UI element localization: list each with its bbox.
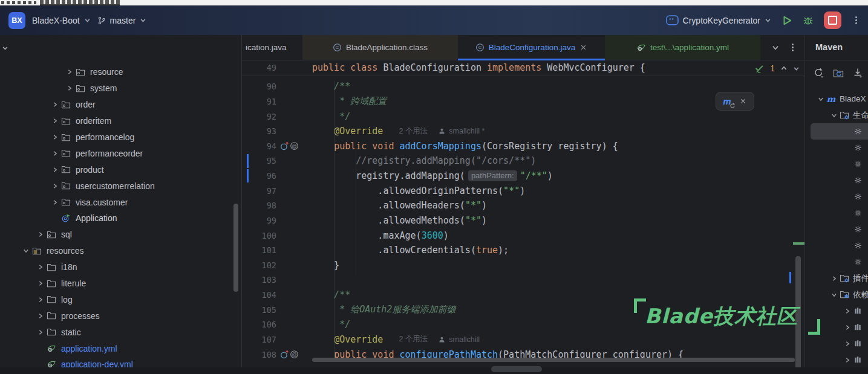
inspections-widget[interactable]: 1 xyxy=(754,63,800,73)
project-logo-badge[interactable]: BX xyxy=(8,12,25,29)
code-line-102[interactable]: 102 } xyxy=(242,258,804,273)
maven-item-gear[interactable] xyxy=(805,221,868,237)
tree-item-resources[interactable]: resources xyxy=(0,243,239,259)
chevron-right-icon[interactable] xyxy=(50,116,60,126)
run-configuration-selector[interactable]: CryptoKeyGenerator xyxy=(666,15,771,26)
tab-bladeapplication-class[interactable]: CBladeApplication.class xyxy=(302,35,458,60)
tree-item-application[interactable]: Application xyxy=(0,210,239,227)
code-line-96[interactable]: 96 registry.addMapping(pathPattern:"/**"… xyxy=(242,169,804,184)
chevron-down-icon[interactable] xyxy=(829,111,839,120)
code-line-95[interactable]: 95 //registry.addMapping("/cors/**") xyxy=(242,153,804,169)
chevron-right-icon[interactable] xyxy=(64,83,74,93)
chevron-right-icon[interactable] xyxy=(843,307,852,315)
tree-item-order[interactable]: order xyxy=(0,97,239,113)
maven-item-gear[interactable] xyxy=(805,123,868,140)
code-line-101[interactable]: 101 .allowCredentials(true); xyxy=(242,243,804,258)
hidden-tabs-button[interactable] xyxy=(767,39,783,56)
chevron-right-icon[interactable] xyxy=(35,230,45,239)
maven-item-bladex[interactable]: mBladeX xyxy=(805,91,868,107)
code-line-92[interactable]: 92 */ xyxy=(242,109,804,124)
close-icon[interactable] xyxy=(739,97,747,105)
override-gutter-icon[interactable] xyxy=(280,141,289,150)
tree-item-usercustomerrelation[interactable]: usercustomerrelation xyxy=(0,178,239,194)
tree-item-sql[interactable]: sql xyxy=(0,227,239,243)
chevron-right-icon[interactable] xyxy=(35,295,45,305)
tab-bladeconfiguration-java[interactable]: CBladeConfiguration.java xyxy=(458,35,605,60)
stop-button[interactable] xyxy=(824,11,841,29)
horizontal-scrollbar-thumb[interactable] xyxy=(312,358,795,362)
tab-test-application-yml[interactable]: test\...\application.yml xyxy=(605,35,760,60)
chevron-right-icon[interactable] xyxy=(50,181,60,191)
usages-hint[interactable]: 2 个用法 xyxy=(399,334,428,344)
chevron-down-icon[interactable] xyxy=(816,95,826,103)
tab-ication-java[interactable]: ication.java xyxy=(242,35,302,60)
tree-item-processes[interactable]: processes xyxy=(0,308,239,324)
chevron-right-icon[interactable] xyxy=(843,323,852,332)
maven-item-item[interactable]: 生命周期 xyxy=(805,107,868,123)
chevron-right-icon[interactable] xyxy=(50,198,60,207)
code-line-99[interactable]: 99 .allowedMethods("*") xyxy=(242,213,804,228)
code-line-98[interactable]: 98 .allowedHeaders("*") xyxy=(242,198,804,213)
maven-item-gear[interactable] xyxy=(805,189,868,205)
previous-problem-button[interactable] xyxy=(780,65,788,72)
code-line-100[interactable]: 100 .maxAge(3600) xyxy=(242,228,804,243)
maven-item-item[interactable]: 依赖项 xyxy=(805,286,868,303)
chevron-right-icon[interactable] xyxy=(35,327,45,337)
maven-reload-button[interactable] xyxy=(814,68,824,78)
debug-button[interactable] xyxy=(803,15,814,26)
annotation-gutter-icon[interactable]: @ xyxy=(290,141,299,150)
tree-item-performancelog[interactable]: performancelog xyxy=(0,129,239,146)
chevron-right-icon[interactable] xyxy=(64,67,74,77)
chevron-right-icon[interactable] xyxy=(843,356,852,364)
tree-item-static[interactable]: static xyxy=(0,324,239,340)
chevron-right-icon[interactable] xyxy=(829,274,839,283)
branch-selector[interactable]: master xyxy=(97,16,147,25)
tree-item-i18n[interactable]: i18n xyxy=(0,259,239,276)
tree-item-application-yml[interactable]: application.yml xyxy=(0,340,239,356)
project-selector[interactable]: BladeX-Boot xyxy=(32,16,91,25)
close-icon[interactable] xyxy=(579,44,587,51)
code-line-94[interactable]: 94@ public void addCorsMappings(CorsRegi… xyxy=(242,139,804,154)
code-line-103[interactable]: 103 xyxy=(242,272,804,288)
code-line-97[interactable]: 97 .allowedOriginPatterns("*") xyxy=(242,183,804,198)
code-line-107[interactable]: 107 @Override2 个用法smallchill xyxy=(242,332,804,347)
tree-item-literule[interactable]: literule xyxy=(0,276,239,292)
maven-item-gear[interactable] xyxy=(805,172,868,189)
chevron-right-icon[interactable] xyxy=(50,132,60,142)
tree-item-resource[interactable]: resource xyxy=(0,64,239,80)
run-button[interactable] xyxy=(782,15,792,26)
tree-item-visa-customer[interactable]: visa.customer xyxy=(0,194,239,210)
chevron-right-icon[interactable] xyxy=(35,262,45,272)
maven-sync-button[interactable] xyxy=(833,68,844,78)
maven-item-gear[interactable] xyxy=(805,254,868,270)
tree-item-log[interactable]: log xyxy=(0,291,239,308)
maven-download-sources-button[interactable] xyxy=(853,68,863,78)
maven-item-item[interactable]: 插件 xyxy=(805,270,868,286)
tab-options-button[interactable] xyxy=(785,39,801,56)
maven-item-library[interactable] xyxy=(805,335,868,352)
usages-hint[interactable]: 2 个用法 xyxy=(399,126,428,137)
annotation-gutter-icon[interactable]: @ xyxy=(290,350,299,359)
tree-item-orderitem[interactable]: orderitem xyxy=(0,113,239,129)
tree-item-system[interactable]: system xyxy=(0,80,239,97)
chevron-right-icon[interactable] xyxy=(35,311,45,321)
maven-item-library[interactable] xyxy=(805,303,868,319)
load-maven-changes-popup[interactable]: m xyxy=(716,92,754,111)
chevron-down-icon[interactable] xyxy=(21,246,31,256)
project-scrollbar-thumb[interactable] xyxy=(233,204,238,292)
code-line-104[interactable]: 104 /** xyxy=(242,288,804,303)
chevron-right-icon[interactable] xyxy=(50,165,60,175)
override-gutter-icon[interactable] xyxy=(280,350,289,359)
more-menu-button[interactable] xyxy=(852,16,861,25)
maven-item-gear[interactable] xyxy=(805,156,868,172)
chevron-right-icon[interactable] xyxy=(843,340,852,348)
maven-item-gear[interactable] xyxy=(805,140,868,156)
code-line-93[interactable]: 93 @Override2 个用法smallchill * xyxy=(242,124,804,139)
chevron-right-icon[interactable] xyxy=(35,279,45,288)
chevron-right-icon[interactable] xyxy=(50,100,60,109)
next-problem-button[interactable] xyxy=(793,65,800,72)
project-collapse-chevron-icon[interactable] xyxy=(2,45,8,51)
chevron-right-icon[interactable] xyxy=(50,149,60,158)
maven-item-library[interactable] xyxy=(805,352,868,368)
chevron-down-icon[interactable] xyxy=(829,291,839,299)
